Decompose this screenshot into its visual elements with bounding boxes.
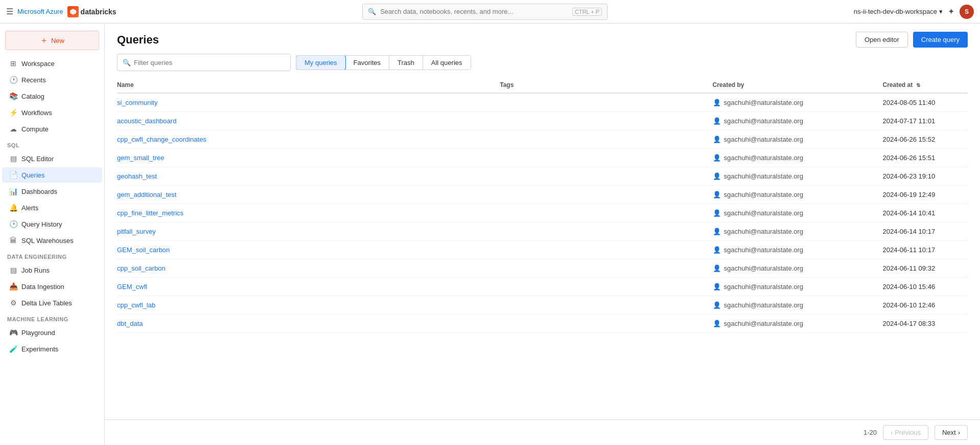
query-name-link[interactable]: GEM_soil_carbon (117, 246, 170, 254)
sidebar-item-playground[interactable]: 🎮 Playground (2, 325, 102, 340)
tab-my-queries[interactable]: My queries (296, 55, 346, 70)
next-button[interactable]: Next › (935, 425, 968, 440)
sidebar-item-job-runs[interactable]: ▤ Job Runs (2, 262, 102, 278)
global-search-box[interactable]: 🔍 CTRL + P (362, 4, 608, 20)
data-ingestion-icon: 📥 (9, 282, 17, 291)
user-email: sgachuhi@naturalstate.org (724, 99, 804, 106)
query-name-link[interactable]: pitfall_survey (117, 228, 156, 235)
open-editor-button[interactable]: Open editor (856, 32, 908, 48)
query-name-cell: gem_small_tree (117, 149, 500, 167)
topbar-left: ☰ Microsoft Azure databricks (6, 6, 116, 17)
sidebar-item-label: Workflows (21, 109, 52, 117)
user-email: sgachuhi@naturalstate.org (724, 228, 804, 235)
filter-input-box[interactable]: 🔍 (117, 54, 291, 71)
databricks-logo: databricks (67, 6, 116, 17)
plus-icon: ＋ (40, 35, 48, 46)
query-tags-cell (500, 259, 712, 278)
query-created-at-cell: 2024-06-26 15:52 (883, 130, 968, 149)
query-created-at-cell: 2024-06-11 09:32 (883, 259, 968, 278)
tab-favorites[interactable]: Favorites (345, 56, 389, 70)
query-created-at-cell: 2024-06-19 12:49 (883, 186, 968, 204)
query-created-by-cell: 👤 sgachuhi@naturalstate.org (713, 259, 883, 278)
table-row: pitfall_survey 👤 sgachuhi@naturalstate.o… (117, 222, 968, 241)
sidebar-item-alerts[interactable]: 🔔 Alerts (2, 200, 102, 215)
sidebar-item-data-ingestion[interactable]: 📥 Data Ingestion (2, 279, 102, 294)
table-header: Name Tags Created by Created at ⇅ (117, 77, 968, 93)
user-icon: 👤 (713, 209, 721, 217)
job-runs-icon: ▤ (9, 266, 17, 274)
machine-learning-section-label: Machine Learning (0, 311, 104, 324)
sidebar-item-recents[interactable]: 🕐 Recents (2, 72, 102, 87)
table-row: geohash_test 👤 sgachuhi@naturalstate.org… (117, 167, 968, 186)
workspace-name[interactable]: ns-ii-tech-dev-db-workspace ▾ (854, 8, 943, 15)
query-created-at-cell: 2024-07-17 11:01 (883, 112, 968, 130)
query-name-link[interactable]: cpp_fine_litter_metrics (117, 209, 183, 217)
notifications-icon[interactable]: ✦ (948, 7, 954, 16)
user-email: sgachuhi@naturalstate.org (724, 301, 804, 309)
query-tags-cell (500, 241, 712, 259)
global-search-input[interactable] (380, 8, 568, 15)
query-name-link[interactable]: cpp_cwfl_change_coordinates (117, 136, 206, 143)
query-name-link[interactable]: GEM_cwfl (117, 283, 147, 291)
query-created-by-cell: 👤 sgachuhi@naturalstate.org (713, 222, 883, 241)
main-layout: ＋ New ⊞ Workspace 🕐 Recents 📚 Catalog ⚡ … (0, 24, 980, 445)
query-tags-cell (500, 278, 712, 296)
queries-tab-group: My queries Favorites Trash All queries (296, 55, 471, 70)
alerts-icon: 🔔 (9, 204, 17, 212)
query-name-link[interactable]: dbt_data (117, 320, 143, 327)
user-icon: 👤 (713, 154, 721, 162)
query-name-link[interactable]: gem_small_tree (117, 154, 165, 162)
sidebar-item-delta-live-tables[interactable]: ⚙ Delta Live Tables (2, 295, 102, 310)
new-button-label: New (51, 37, 64, 44)
previous-button[interactable]: ‹ Previous (883, 425, 928, 440)
queries-table-wrap: Name Tags Created by Created at ⇅ si_com… (105, 77, 980, 419)
create-query-button[interactable]: Create query (913, 32, 968, 48)
sidebar-item-compute[interactable]: ☁ Compute (2, 121, 102, 137)
experiments-icon: 🧪 (9, 345, 17, 353)
topbar: ☰ Microsoft Azure databricks 🔍 CTRL + P … (0, 0, 980, 24)
query-name-cell: gem_additional_test (117, 186, 500, 204)
user-email: sgachuhi@naturalstate.org (724, 264, 804, 272)
sidebar-item-label: Query History (21, 220, 62, 228)
query-name-link[interactable]: cpp_soil_carbon (117, 264, 166, 272)
sidebar-item-catalog[interactable]: 📚 Catalog (2, 88, 102, 104)
sidebar-item-dashboards[interactable]: 📊 Dashboards (2, 184, 102, 199)
sidebar-item-query-history[interactable]: 🕑 Query History (2, 216, 102, 232)
query-created-by-cell: 👤 sgachuhi@naturalstate.org (713, 130, 883, 149)
query-created-by-cell: 👤 sgachuhi@naturalstate.org (713, 296, 883, 315)
query-created-by-cell: 👤 sgachuhi@naturalstate.org (713, 167, 883, 186)
query-name-link[interactable]: acoustic_dashboard (117, 117, 176, 125)
sql-warehouses-icon: 🏛 (9, 236, 17, 244)
workflows-icon: ⚡ (9, 108, 17, 117)
query-created-at-cell: 2024-06-14 10:17 (883, 222, 968, 241)
sidebar-item-experiments[interactable]: 🧪 Experiments (2, 341, 102, 357)
user-icon: 👤 (713, 320, 721, 327)
query-name-link[interactable]: cpp_cwfl_lab (117, 301, 155, 309)
sidebar-item-sql-editor[interactable]: ▤ SQL Editor (2, 151, 102, 166)
hamburger-icon[interactable]: ☰ (6, 7, 13, 16)
avatar[interactable]: S (960, 5, 974, 19)
query-name-cell: dbt_data (117, 315, 500, 333)
sidebar-item-workflows[interactable]: ⚡ Workflows (2, 105, 102, 120)
sidebar-item-sql-warehouses[interactable]: 🏛 SQL Warehouses (2, 233, 102, 248)
query-name-cell: cpp_cwfl_lab (117, 296, 500, 315)
compute-icon: ☁ (9, 125, 17, 133)
user-email: sgachuhi@naturalstate.org (724, 209, 804, 217)
sidebar-item-workspace[interactable]: ⊞ Workspace (2, 56, 102, 71)
catalog-icon: 📚 (9, 92, 17, 100)
filter-queries-input[interactable] (134, 59, 285, 66)
query-tags-cell (500, 222, 712, 241)
sort-icon: ⇅ (916, 82, 920, 88)
tab-trash[interactable]: Trash (389, 56, 423, 70)
queries-icon: 📄 (9, 171, 17, 179)
query-created-at-cell: 2024-04-17 08:33 (883, 315, 968, 333)
query-tags-cell (500, 93, 712, 112)
query-name-link[interactable]: geohash_test (117, 172, 157, 180)
sidebar-item-queries[interactable]: 📄 Queries (2, 167, 102, 183)
query-name-link[interactable]: si_community (117, 99, 157, 106)
query-name-link[interactable]: gem_additional_test (117, 191, 176, 198)
tab-all-queries[interactable]: All queries (423, 56, 471, 70)
user-email: sgachuhi@naturalstate.org (724, 154, 804, 162)
th-created-at[interactable]: Created at ⇅ (883, 77, 968, 93)
new-button[interactable]: ＋ New (5, 31, 99, 50)
